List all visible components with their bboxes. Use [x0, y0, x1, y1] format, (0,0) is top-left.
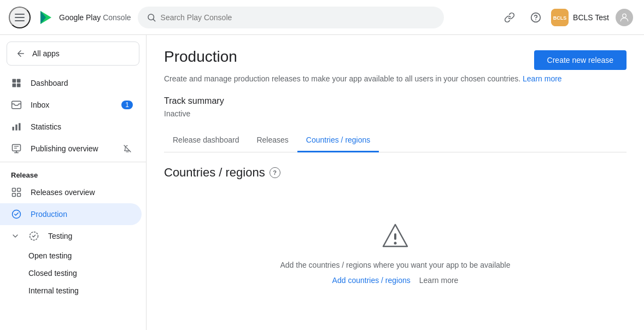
- svg-rect-17: [13, 127, 14, 131]
- tab-release-dashboard[interactable]: Release dashboard: [164, 129, 248, 152]
- logo-text: Google Play Console: [59, 13, 131, 22]
- main-content: Production Create new release Create and…: [147, 35, 644, 330]
- logo-area: Google Play Console: [37, 9, 131, 26]
- svg-rect-25: [13, 193, 16, 197]
- track-summary: Track summary Inactive: [164, 96, 627, 118]
- track-status: Inactive: [164, 109, 627, 118]
- app-avatar-area[interactable]: BCLS BCLS Test: [551, 9, 609, 26]
- sidebar-item-production[interactable]: Production: [0, 203, 142, 225]
- svg-rect-19: [19, 123, 20, 130]
- app-avatar: BCLS: [551, 9, 569, 26]
- logo-icon: [37, 9, 55, 26]
- page-learn-more-link[interactable]: Learn more: [523, 74, 562, 83]
- sidebar-item-testing[interactable]: Testing: [0, 225, 142, 247]
- release-section-label: Release: [0, 164, 146, 181]
- sidebar-item-label: Releases overview: [31, 188, 95, 197]
- sidebar-item-statistics[interactable]: Statistics: [0, 116, 142, 138]
- sidebar-item-label: Inbox: [31, 101, 49, 109]
- svg-rect-23: [13, 188, 16, 192]
- main-layout: All apps Dashboard Inbox: [0, 35, 644, 330]
- account-icon-button[interactable]: [613, 7, 635, 28]
- svg-point-11: [623, 14, 627, 17]
- search-bar[interactable]: [138, 7, 444, 28]
- svg-rect-18: [15, 125, 17, 131]
- svg-point-30: [394, 242, 397, 245]
- page-description: Create and manage production releases to…: [164, 74, 627, 83]
- link-icon: [504, 12, 515, 23]
- svg-rect-13: [17, 79, 21, 83]
- sidebar-item-internal-testing[interactable]: Internal testing: [0, 282, 142, 299]
- page-title: Production: [164, 48, 237, 66]
- statistics-icon: [11, 121, 22, 132]
- create-release-button[interactable]: Create new release: [534, 50, 627, 70]
- svg-rect-12: [13, 79, 16, 83]
- sidebar-item-publishing-overview[interactable]: Publishing overview: [0, 138, 142, 160]
- all-apps-label: All apps: [32, 49, 60, 58]
- content-tabs: Release dashboard Releases Countries / r…: [164, 129, 627, 152]
- production-icon: [11, 209, 22, 220]
- track-summary-title: Track summary: [164, 96, 627, 106]
- user-avatar-icon: [616, 9, 633, 26]
- sidebar-sub-item-label: Open testing: [28, 251, 72, 260]
- empty-learn-more-link[interactable]: Learn more: [419, 276, 459, 285]
- top-nav: Google Play Console BCLS: [0, 0, 644, 35]
- chevron-down-icon: [11, 232, 20, 240]
- svg-rect-26: [17, 193, 21, 197]
- svg-rect-14: [13, 84, 16, 87]
- empty-state: Add the countries / regions where you wa…: [164, 197, 627, 307]
- section-title-row: Countries / regions ?: [164, 166, 627, 180]
- testing-icon: [28, 231, 39, 241]
- sidebar-item-label: Dashboard: [31, 79, 68, 87]
- link-icon-button[interactable]: [499, 7, 520, 28]
- sidebar-sub-item-label: Closed testing: [28, 269, 77, 278]
- sidebar-item-inbox[interactable]: Inbox 1: [0, 94, 142, 116]
- help-icon-button[interactable]: [525, 7, 547, 28]
- back-arrow-icon: [16, 49, 26, 58]
- svg-point-8: [535, 19, 536, 20]
- help-icon: [530, 12, 541, 23]
- sidebar-item-label: Statistics: [31, 122, 61, 131]
- sidebar: All apps Dashboard Inbox: [0, 35, 147, 330]
- svg-rect-29: [394, 233, 396, 240]
- sidebar-item-label: Production: [31, 210, 67, 219]
- tab-countries-regions[interactable]: Countries / regions: [297, 129, 379, 152]
- menu-button[interactable]: [9, 7, 31, 28]
- hamburger-icon: [15, 14, 25, 21]
- empty-state-actions: Add countries / regions Learn more: [332, 276, 459, 285]
- sidebar-divider: [0, 162, 146, 162]
- svg-text:BCLS: BCLS: [553, 15, 567, 21]
- tab-releases[interactable]: Releases: [248, 129, 297, 152]
- notification-off-icon: [122, 143, 133, 154]
- sidebar-item-dashboard[interactable]: Dashboard: [0, 72, 142, 94]
- sidebar-item-label: Testing: [48, 232, 72, 240]
- inbox-badge: 1: [121, 101, 133, 109]
- dashboard-icon: [11, 78, 22, 89]
- sidebar-item-closed-testing[interactable]: Closed testing: [0, 264, 142, 282]
- sidebar-item-open-testing[interactable]: Open testing: [0, 247, 142, 264]
- svg-rect-15: [17, 84, 21, 87]
- section-title: Countries / regions: [164, 166, 265, 180]
- user-name: BCLS Test: [573, 13, 609, 22]
- svg-rect-16: [12, 101, 21, 108]
- add-countries-link[interactable]: Add countries / regions: [332, 276, 411, 285]
- inbox-icon: [11, 99, 22, 110]
- sidebar-item-releases-overview[interactable]: Releases overview: [0, 181, 142, 203]
- all-apps-button[interactable]: All apps: [7, 42, 139, 66]
- search-input[interactable]: [161, 13, 435, 22]
- content-header: Production Create new release: [164, 48, 627, 70]
- releases-overview-icon: [11, 187, 22, 198]
- empty-state-icon: [378, 219, 413, 254]
- sidebar-item-label: Publishing overview: [31, 144, 98, 153]
- section-help-icon[interactable]: ?: [270, 167, 280, 178]
- empty-state-text: Add the countries / regions where you wa…: [280, 261, 510, 269]
- svg-line-6: [153, 19, 155, 21]
- publishing-icon: [11, 143, 22, 154]
- svg-rect-20: [13, 145, 21, 151]
- svg-rect-24: [17, 188, 21, 192]
- nav-actions: BCLS BCLS Test: [499, 7, 635, 28]
- search-icon: [147, 13, 156, 22]
- sidebar-sub-item-label: Internal testing: [28, 286, 79, 295]
